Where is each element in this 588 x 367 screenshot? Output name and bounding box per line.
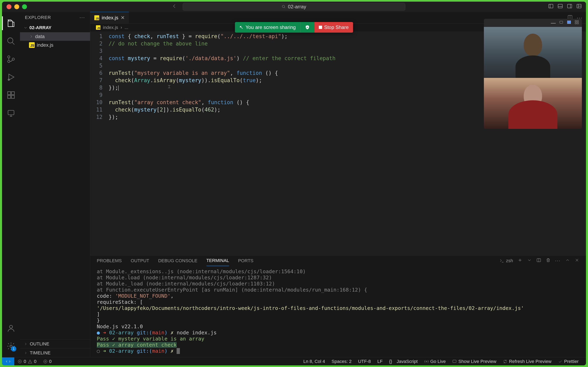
share-cursor-icon: ↖ (239, 25, 243, 30)
close-tab-icon[interactable]: ✕ (121, 15, 125, 21)
close-window-button[interactable] (7, 4, 11, 9)
text-cursor-caret: ⌶ (168, 84, 171, 89)
search-icon (282, 5, 286, 9)
svg-point-6 (8, 56, 10, 58)
eol[interactable]: LF (374, 359, 386, 364)
minimize-window-button[interactable] (14, 4, 19, 9)
layout-bottom-icon[interactable] (557, 3, 563, 10)
svg-rect-11 (8, 95, 11, 99)
explorer-title: EXPLORER (25, 15, 51, 20)
status-errors[interactable]: 0 0 (14, 359, 40, 364)
kill-terminal-icon[interactable] (546, 258, 551, 264)
explorer-activity[interactable] (2, 14, 20, 32)
remote-activity[interactable] (2, 104, 20, 122)
tree-file-index[interactable]: JS index.js (20, 41, 90, 49)
tab-problems[interactable]: PROBLEMS (97, 258, 122, 263)
video-participant-1[interactable] (484, 27, 582, 78)
svg-point-8 (12, 58, 15, 60)
panel-tabs: PROBLEMS OUTPUT DEBUG CONSOLE TERMINAL P… (90, 256, 586, 266)
stop-share-button[interactable]: Stop Share (314, 22, 353, 33)
svg-rect-24 (560, 21, 563, 24)
share-text: You are screen sharing (245, 25, 296, 30)
source-control-activity[interactable] (2, 50, 20, 68)
language-mode[interactable]: {} JavaScript (386, 359, 421, 364)
svg-rect-29 (575, 23, 576, 24)
svg-point-5 (8, 38, 13, 43)
svg-rect-23 (453, 360, 456, 363)
cursor-position[interactable]: Ln 8, Col 4 (300, 359, 328, 364)
video-layout-active-icon[interactable] (567, 20, 571, 26)
broadcast-icon (424, 359, 429, 364)
maximize-panel-icon[interactable] (565, 258, 570, 264)
settings-badge: 1 (11, 346, 16, 351)
svg-rect-13 (11, 92, 15, 95)
remote-indicator[interactable] (2, 358, 14, 366)
run-debug-activity[interactable] (2, 68, 20, 86)
video-dock-icon[interactable] (559, 20, 563, 26)
prettier-status[interactable]: Prettier (555, 359, 582, 364)
svg-rect-1 (549, 4, 553, 8)
svg-point-22 (426, 361, 427, 362)
layout-right-icon[interactable] (567, 3, 572, 10)
timeline-label: TIMELINE (30, 350, 51, 356)
tree-folder-data[interactable]: data (20, 32, 90, 41)
explorer-more-icon[interactable]: ··· (80, 15, 85, 20)
split-terminal-icon[interactable] (536, 258, 541, 264)
tree-item-label: index.js (37, 42, 53, 48)
outline-section[interactable]: OUTLINE (20, 339, 90, 348)
video-call-panel[interactable]: — (484, 19, 582, 129)
more-terminal-icon[interactable]: ··· (555, 258, 561, 263)
go-live[interactable]: Go Live (421, 359, 449, 364)
settings-activity[interactable]: 1 (2, 337, 20, 355)
fullscreen-window-button[interactable] (22, 4, 27, 9)
ports-icon (43, 359, 48, 364)
sharing-indicator[interactable]: ↖ You are screen sharing (235, 22, 300, 33)
error-icon (17, 359, 22, 364)
share-shield[interactable] (300, 22, 314, 33)
breadcrumb-file: index.js (103, 25, 118, 30)
search-text: 02-array (288, 4, 306, 9)
close-panel-icon[interactable] (575, 258, 579, 264)
indentation[interactable]: Spaces: 2 (328, 359, 355, 364)
timeline-section[interactable]: TIMELINE (20, 348, 90, 357)
video-participant-2[interactable] (484, 78, 582, 129)
status-ports[interactable]: 0 (40, 359, 55, 364)
workspace-root[interactable]: 02-ARRAY (20, 23, 90, 32)
svg-point-0 (282, 5, 285, 8)
activity-bar: 1 (2, 12, 20, 357)
tab-label: index.js (102, 15, 118, 21)
refresh-live-preview[interactable]: Refresh Live Preview (500, 359, 555, 364)
shield-check-icon (305, 25, 310, 30)
status-bar: 0 0 0 Ln 8, Col 4 Spaces: 2 UTF-8 LF {} … (2, 357, 586, 365)
extensions-activity[interactable] (2, 86, 20, 104)
video-minimize-icon[interactable]: — (551, 20, 556, 26)
tab-debug-console[interactable]: DEBUG CONSOLE (158, 258, 198, 263)
new-terminal-icon[interactable] (518, 258, 522, 264)
chevron-down-icon (23, 25, 28, 30)
svg-rect-10 (8, 92, 11, 95)
js-file-icon: JS (29, 42, 35, 48)
search-activity[interactable] (2, 32, 20, 50)
svg-rect-27 (575, 21, 576, 22)
tab-terminal[interactable]: TERMINAL (207, 258, 229, 266)
refresh-icon (503, 359, 507, 364)
tab-ports[interactable]: PORTS (238, 258, 253, 263)
terminal-profile[interactable]: zsh (499, 258, 513, 263)
chevron-right-icon (24, 342, 28, 346)
stop-icon (319, 26, 322, 29)
accounts-activity[interactable] (2, 319, 20, 337)
terminal-dropdown-icon[interactable] (527, 258, 532, 264)
preview-icon (452, 359, 457, 364)
encoding[interactable]: UTF-8 (355, 359, 374, 364)
video-grid-icon[interactable] (575, 20, 579, 26)
layout-left-icon[interactable] (548, 3, 554, 10)
outline-label: OUTLINE (30, 341, 49, 347)
command-center[interactable]: 02-array (183, 3, 405, 11)
nav-back-icon[interactable] (172, 3, 177, 10)
tab-index-js[interactable]: JS index.js ✕ (90, 12, 129, 24)
terminal-content[interactable]: at Module._extensions..js (node:internal… (90, 266, 586, 357)
live-preview[interactable]: Show Live Preview (449, 359, 500, 364)
layout-custom-icon[interactable] (576, 3, 582, 10)
screen-share-banner: ↖ You are screen sharing Stop Share (235, 22, 353, 33)
tab-output[interactable]: OUTPUT (131, 258, 149, 263)
